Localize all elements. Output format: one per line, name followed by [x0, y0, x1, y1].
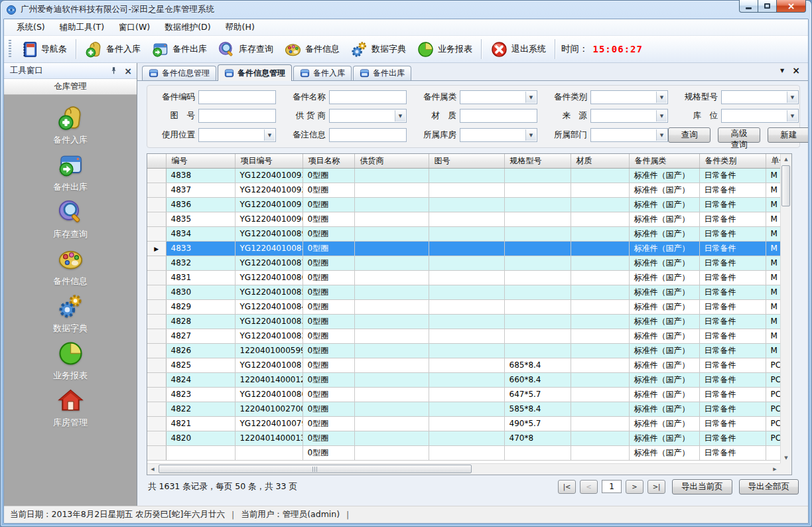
menu-item[interactable]: 系统(S) [9, 19, 52, 35]
field-input[interactable]: ▼ [460, 128, 537, 142]
toolbar-button[interactable]: 退出系统 [485, 38, 551, 60]
dropdown-arrow-icon[interactable]: ▼ [656, 92, 667, 103]
table-row[interactable]: ▶ 4823 YG12204010080 0型圈 647*5.7 [147, 387, 780, 402]
search-action-button[interactable]: 查询 [668, 127, 710, 143]
row-selector-cell[interactable]: ▶ [147, 241, 166, 256]
column-header[interactable]: 备件属类 [629, 154, 699, 168]
column-header[interactable]: 单位 [766, 154, 780, 168]
column-header[interactable] [147, 154, 166, 168]
toolbar-button[interactable]: 库存查询 [212, 38, 279, 60]
column-header[interactable]: 规格型号 [504, 154, 571, 168]
field-input[interactable]: ▼ [721, 90, 799, 104]
table-row[interactable]: ▶ 4820 1220401400013 0型圈 470*8 [147, 431, 780, 445]
toolbar-grip[interactable] [9, 40, 11, 58]
field-input[interactable]: ▼ [329, 90, 407, 104]
row-selector-cell[interactable]: ▶ [147, 256, 166, 270]
row-selector-cell[interactable]: ▶ [147, 372, 166, 387]
panel-close-icon[interactable]: × [124, 66, 132, 76]
tab[interactable]: 备件信息管理 [142, 66, 216, 80]
minimize-button[interactable] [739, 0, 758, 13]
dropdown-arrow-icon[interactable]: ▼ [525, 129, 536, 141]
tab[interactable]: 备件信息管理 [218, 64, 292, 81]
close-button[interactable]: × [776, 0, 806, 13]
table-row[interactable]: ▶ 4832 YG12204010087 0型圈 [147, 256, 780, 270]
row-selector-cell[interactable]: ▶ [147, 168, 166, 183]
sidebar-group-header[interactable]: 仓库管理 [4, 79, 137, 95]
vertical-scrollbar[interactable]: ▲ ▼ [780, 154, 791, 463]
dropdown-arrow-icon[interactable]: ▼ [787, 110, 797, 121]
table-row[interactable]: ▶ 4831 YG12204010086 0型圈 [147, 270, 780, 285]
dropdown-arrow-icon[interactable]: ▼ [395, 110, 405, 121]
menu-item[interactable]: 窗口(W) [111, 19, 157, 35]
column-header[interactable]: 备件类别 [699, 154, 766, 168]
column-header[interactable]: 供货商 [354, 154, 429, 168]
table-row[interactable]: ▶ 4836 YG12204010091 0型圈 [147, 197, 780, 212]
field-input[interactable]: ▼ [590, 128, 668, 142]
menu-item[interactable]: 数据维护(D) [157, 19, 218, 35]
table-row[interactable]: ▶ 4834 YG12204010089 0型圈 [147, 226, 780, 241]
sidebar-item[interactable]: 数据字典 [53, 293, 88, 335]
horizontal-scrollbar[interactable]: ◀ ▶ [147, 463, 780, 475]
column-header[interactable]: 图号 [429, 154, 504, 168]
dropdown-arrow-icon[interactable]: ▼ [525, 92, 536, 103]
toolbar-button[interactable]: 备件信息 [279, 38, 345, 60]
field-input[interactable]: ▼ [329, 128, 407, 142]
table-row[interactable]: ▶ 4830 YG12204010085 0型圈 [147, 285, 780, 299]
column-header[interactable]: 编号 [166, 154, 235, 168]
sidebar-item[interactable]: 备件信息 [53, 246, 88, 287]
prev-page-button[interactable]: < [580, 480, 598, 494]
row-selector-cell[interactable]: ▶ [147, 416, 166, 431]
column-header[interactable]: 材质 [571, 154, 629, 168]
dropdown-arrow-icon[interactable]: ▼ [656, 110, 667, 121]
scroll-up-icon[interactable]: ▲ [781, 154, 791, 165]
scroll-down-icon[interactable]: ▼ [781, 453, 791, 463]
toolbar-button[interactable]: 导航条 [15, 38, 72, 60]
toolbar-button[interactable]: 备件出库 [146, 38, 212, 60]
scroll-left-icon[interactable]: ◀ [147, 464, 158, 475]
dropdown-arrow-icon[interactable]: ▼ [656, 129, 667, 141]
row-selector-cell[interactable]: ▶ [147, 387, 166, 402]
last-page-button[interactable]: >| [647, 480, 665, 494]
sidebar-item[interactable]: 备件出库 [53, 151, 88, 193]
table-row[interactable]: ▶ 4824 1220401400012 0型圈 660*8.4 [147, 372, 780, 387]
page-number-input[interactable] [602, 480, 622, 493]
field-input[interactable]: ▼ [460, 90, 537, 104]
first-page-button[interactable]: |< [558, 480, 576, 494]
pin-icon[interactable] [109, 66, 118, 75]
menu-item[interactable]: 帮助(H) [218, 19, 262, 35]
row-selector-cell[interactable]: ▶ [147, 183, 166, 197]
tab[interactable]: 备件出库 [353, 66, 411, 80]
tab-close-icon[interactable]: × [792, 66, 800, 75]
tab[interactable]: 备件入库 [293, 66, 352, 80]
row-selector-cell[interactable]: ▶ [147, 431, 166, 445]
row-selector-cell[interactable]: ▶ [147, 343, 166, 358]
toolbar-button[interactable]: 业务报表 [411, 38, 478, 60]
column-header[interactable]: 项目编号 [235, 154, 303, 168]
export-all-pages-button[interactable]: 导出全部页 [739, 479, 799, 494]
table-row[interactable]: ▶ 4827 YG12204010082 0型圈 [147, 329, 780, 343]
search-action-button[interactable]: 高级查询 [718, 127, 760, 143]
table-row[interactable]: ▶ 4821 YG12204010079 0型圈 490*5.7 [147, 416, 780, 431]
sidebar-item[interactable]: 库房管理 [53, 387, 88, 429]
row-selector-cell[interactable]: ▶ [147, 226, 166, 241]
row-selector-cell[interactable]: ▶ [147, 402, 166, 416]
row-selector-cell[interactable]: ▶ [147, 329, 166, 343]
tab-list-dropdown-icon[interactable]: ▼ [780, 68, 784, 74]
export-current-page-button[interactable]: 导出当前页 [672, 479, 732, 494]
scroll-right-icon[interactable]: ▶ [770, 464, 780, 475]
field-input[interactable]: ▼ [590, 109, 668, 123]
dropdown-arrow-icon[interactable]: ▼ [787, 92, 797, 103]
row-selector-cell[interactable]: ▶ [147, 445, 166, 460]
sidebar-item[interactable]: 库存查询 [53, 198, 88, 240]
field-input[interactable]: ▼ [721, 109, 799, 123]
field-input[interactable]: ▼ [198, 128, 276, 142]
field-input[interactable]: ▼ [198, 90, 276, 104]
field-input[interactable]: ▼ [198, 109, 276, 123]
dropdown-arrow-icon[interactable]: ▼ [264, 129, 275, 141]
row-selector-cell[interactable]: ▶ [147, 299, 166, 314]
table-row[interactable]: ▶ 0型圈 标准件（国产） [147, 445, 780, 460]
table-row[interactable]: ▶ 4837 YG12204010092 0型圈 [147, 183, 780, 197]
sidebar-item[interactable]: 备件入库 [53, 104, 88, 146]
maximize-button[interactable] [758, 0, 777, 13]
vertical-scroll-thumb[interactable] [781, 165, 790, 206]
